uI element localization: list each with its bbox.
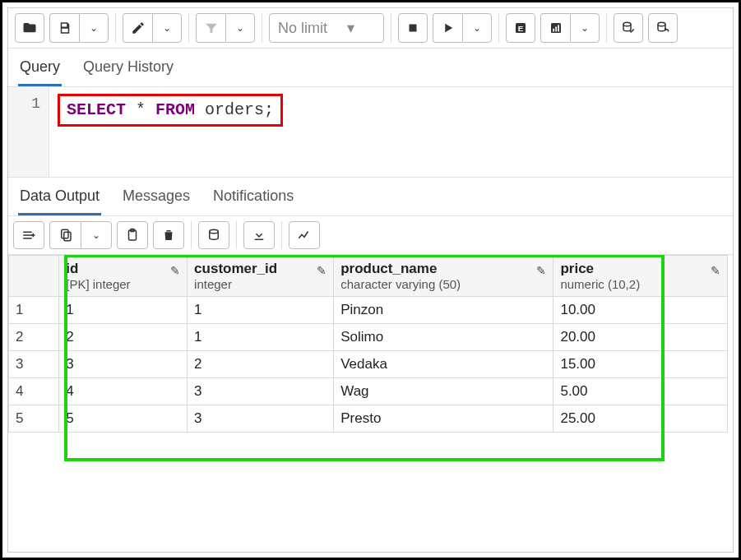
col-type: numeric (10,2) [560,277,640,291]
rows-plus-icon [21,228,36,243]
line-number: 1 [8,95,40,112]
chevron-down-icon: ▾ [347,19,354,37]
open-file-button[interactable] [15,13,44,43]
svg-rect-4 [553,29,554,32]
explain-button[interactable]: E [506,13,535,43]
copy-icon [58,228,73,243]
delete-row-button[interactable] [153,221,184,249]
pencil-icon[interactable]: ✎ [317,261,327,277]
copy-button[interactable] [49,221,81,249]
copy-menu-button[interactable]: ⌄ [81,221,112,249]
pencil-icon [131,21,146,35]
cell-customer-id[interactable]: 1 [188,324,334,351]
cell-product-name[interactable]: Wag [334,378,553,405]
tab-notifications[interactable]: Notifications [211,184,295,215]
svg-point-13 [210,229,219,234]
cell-id[interactable]: 2 [59,324,188,351]
row-number-header [9,256,59,297]
toolbar-separator [115,13,116,43]
cell-id[interactable]: 1 [59,297,188,324]
bar-chart-icon [549,21,563,35]
table-row[interactable]: 3 3 2 Vedaka 15.00 [9,351,728,378]
toolbar-separator [281,221,282,249]
column-header-price[interactable]: price numeric (10,2) ✎ [553,256,728,297]
table-row[interactable]: 4 4 3 Wag 5.00 [9,378,728,405]
sql-editor[interactable]: 1 SELECT * FROM orders; [8,87,733,178]
table-row[interactable]: 5 5 3 Presto 25.00 [9,405,728,433]
column-header-customer-id[interactable]: customer_id integer ✎ [188,256,334,297]
cell-price[interactable]: 10.00 [553,297,728,324]
pencil-icon[interactable]: ✎ [536,261,546,277]
cell-id[interactable]: 5 [59,405,188,433]
cell-product-name[interactable]: Presto [334,405,553,433]
clipboard-icon [125,228,140,243]
cell-product-name[interactable]: Pinzon [334,297,553,324]
sql-statement: SELECT * FROM orders; [58,94,283,127]
results-grid[interactable]: id [PK] integer ✎ customer_id integer [8,255,728,433]
cell-product-name[interactable]: Vedaka [334,351,553,378]
add-row-button[interactable] [13,221,44,249]
pencil-icon[interactable]: ✎ [711,261,720,277]
cell-product-name[interactable]: Solimo [334,324,553,351]
column-header-id[interactable]: id [PK] integer ✎ [59,256,188,297]
output-toolbar: ⌄ [8,216,733,255]
col-type: [PK] integer [66,277,130,291]
row-limit-dropdown[interactable]: No limit ▾ [269,13,384,43]
row-limit-label: No limit [278,20,327,37]
toolbar-separator [191,221,192,249]
tab-data-output[interactable]: Data Output [18,184,101,215]
cell-customer-id[interactable]: 1 [188,297,334,324]
kw-from: FROM [155,100,195,119]
paste-button[interactable] [117,221,148,249]
column-header-product-name[interactable]: product_name character varying (50) ✎ [334,256,553,297]
graph-visualizer-button[interactable] [289,221,320,249]
cell-price[interactable]: 25.00 [553,405,728,433]
filter-button[interactable] [196,13,225,43]
explain-icon: E [513,21,528,35]
kw-select: SELECT [67,100,126,119]
edit-button[interactable] [123,13,152,43]
edit-menu-button[interactable]: ⌄ [152,13,182,43]
cell-price[interactable]: 20.00 [553,324,728,351]
tab-query[interactable]: Query [18,55,62,86]
db-save-icon [206,228,221,243]
editor-body[interactable]: SELECT * FROM orders; [49,87,291,177]
sql-star: * [126,100,155,119]
chevron-down-icon: ⌄ [236,22,244,34]
explain-analyze-button[interactable] [540,13,570,43]
trash-icon [161,228,176,243]
results-grid-wrap: id [PK] integer ✎ customer_id integer [8,255,733,552]
folder-icon [22,21,37,35]
cell-customer-id[interactable]: 3 [188,405,334,433]
svg-text:E: E [518,24,524,33]
cell-id[interactable]: 3 [59,351,188,378]
cell-id[interactable]: 4 [59,378,188,405]
tab-query-history[interactable]: Query History [81,55,175,86]
cell-price[interactable]: 5.00 [553,378,728,405]
execute-button[interactable] [433,13,462,43]
filter-menu-button[interactable]: ⌄ [225,13,255,43]
table-row[interactable]: 2 2 1 Solimo 20.00 [9,324,728,351]
download-button[interactable] [243,221,275,249]
rollback-button[interactable] [648,13,678,43]
cell-price[interactable]: 15.00 [553,351,728,378]
save-button[interactable] [49,13,79,43]
explain-analyze-menu-button[interactable]: ⌄ [570,13,600,43]
execute-menu-button[interactable]: ⌄ [462,13,492,43]
save-data-button[interactable] [198,221,229,249]
output-tabs: Data Output Messages Notifications [8,178,733,216]
cell-customer-id[interactable]: 2 [188,351,334,378]
results-body: 1 1 1 Pinzon 10.00 2 2 1 Solimo 20.00 3 … [9,297,728,433]
stop-button[interactable] [398,13,428,43]
pencil-icon[interactable]: ✎ [170,261,180,277]
row-number: 2 [9,324,59,351]
table-row[interactable]: 1 1 1 Pinzon 10.00 [9,297,728,324]
tab-messages[interactable]: Messages [121,184,192,215]
col-type: character varying (50) [340,277,461,291]
commit-button[interactable] [614,13,643,43]
save-menu-button[interactable]: ⌄ [79,13,109,43]
col-name: id [66,261,130,277]
toolbar-separator [262,13,262,43]
cell-customer-id[interactable]: 3 [188,378,334,405]
play-icon [441,21,456,35]
